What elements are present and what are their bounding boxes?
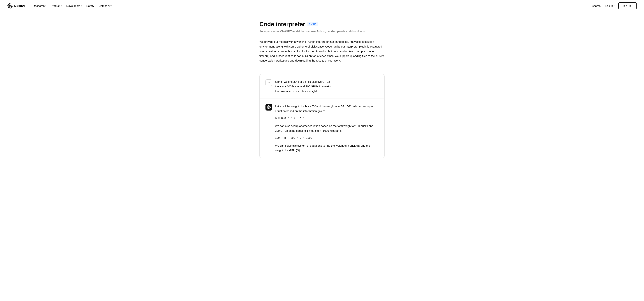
ai-paragraph-2: We can also set up another equation base… xyxy=(275,124,378,133)
nav-links: Research ▾ Product ▾ Developers ▾ Safety… xyxy=(31,3,114,9)
ai-avatar xyxy=(266,104,272,111)
external-link-icon: ↗ xyxy=(632,4,634,8)
chevron-down-icon: ▾ xyxy=(81,5,82,7)
ai-equation-1: B = 0.3 * B + 5 * G xyxy=(275,116,378,121)
navbar: OpenAI Research ▾ Product ▾ Developers ▾… xyxy=(0,0,644,12)
ai-message-content: Let's call the weight of a brick "B" and… xyxy=(275,104,378,153)
nav-product[interactable]: Product ▾ xyxy=(49,3,64,9)
chat-section: JW a brick weighs 30% of a brick plus fi… xyxy=(260,74,384,158)
nav-developers[interactable]: Developers ▾ xyxy=(64,3,84,9)
nav-company[interactable]: Company ▾ xyxy=(97,3,114,9)
page-title: Code interpreter xyxy=(260,21,305,28)
title-row: Code interpreter Alpha xyxy=(260,21,384,28)
user-message: JW a brick weighs 30% of a brick plus fi… xyxy=(260,74,384,99)
nav-research[interactable]: Research ▾ xyxy=(31,3,48,9)
page-description: We provide our models with a working Pyt… xyxy=(260,40,384,63)
ai-message: Let's call the weight of a brick "B" and… xyxy=(260,99,384,158)
user-message-text: a brick weighs 30% of a brick plus five … xyxy=(275,80,332,93)
user-avatar: JW xyxy=(266,79,272,86)
logo-wordmark: OpenAI xyxy=(14,3,25,8)
alpha-badge: Alpha xyxy=(308,22,318,26)
login-link[interactable]: Log in ↗ xyxy=(605,4,616,8)
ai-equation-2: 100 * B + 200 * G = 1000 xyxy=(275,136,378,140)
signup-button[interactable]: Sign up ↗ xyxy=(618,3,637,10)
openai-logo-icon xyxy=(7,3,12,9)
chevron-down-icon: ▾ xyxy=(61,5,62,7)
chevron-down-icon: ▾ xyxy=(111,5,112,7)
search-button[interactable]: Search xyxy=(590,3,602,9)
ai-paragraph-3: We can solve this system of equations to… xyxy=(275,143,378,153)
openai-avatar-icon xyxy=(267,105,271,109)
user-message-content: a brick weighs 30% of a brick plus five … xyxy=(275,79,378,94)
main-content: Code interpreter Alpha An experimental C… xyxy=(252,12,392,173)
openai-logo[interactable]: OpenAI xyxy=(7,3,25,9)
ai-intro-text: Let's call the weight of a brick "B" and… xyxy=(275,104,378,113)
nav-right: Search Log in ↗ Sign up ↗ xyxy=(590,3,637,10)
nav-safety[interactable]: Safety xyxy=(84,3,96,9)
page-header: Code interpreter Alpha An experimental C… xyxy=(260,21,384,34)
nav-left: OpenAI Research ▾ Product ▾ Developers ▾… xyxy=(7,3,114,9)
chevron-down-icon: ▾ xyxy=(46,5,46,7)
page-subtitle: An experimental ChatGPT model that can u… xyxy=(260,29,384,34)
external-link-icon: ↗ xyxy=(614,4,616,8)
